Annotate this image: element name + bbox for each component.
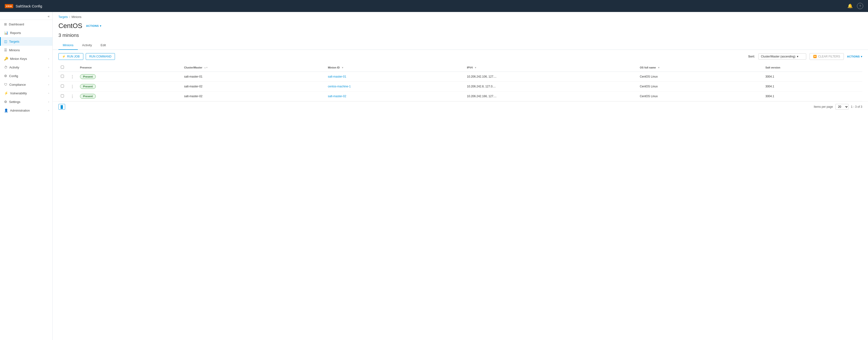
- settings-chevron: ›: [49, 100, 49, 103]
- row-checkbox-cell-0: [58, 72, 67, 82]
- col-presence-label: Presence: [80, 66, 92, 69]
- sidebar-collapse-button[interactable]: «: [48, 14, 50, 18]
- vulnerability-icon: ⚡: [4, 91, 8, 95]
- row-minion-id-0: salt-master-01: [326, 72, 465, 82]
- config-icon: ⚙: [4, 74, 7, 78]
- sort-value: Cluster/Master (ascending): [761, 55, 796, 58]
- minion-id-link-1[interactable]: centos-machine-1: [328, 85, 350, 88]
- filter-icon-minion-id[interactable]: ▼: [341, 66, 344, 69]
- table-wrap: Presence Cluster/Master ▲▼ Minion ID ▼: [53, 63, 868, 101]
- clear-filters-label: CLEAR FILTERS: [818, 55, 840, 58]
- sidebar-label-reports: Reports: [10, 31, 21, 35]
- breadcrumb-targets-link[interactable]: Targets: [58, 15, 68, 19]
- sidebar-item-activity[interactable]: ⏱ Activity ›: [0, 63, 53, 71]
- topnav-right: 🔔 ?: [847, 3, 863, 9]
- row-dots-button-2[interactable]: ⋮: [69, 94, 75, 99]
- sidebar: « ⊞ Dashboard 📊 Reports ◫ Targets ☰ Mini…: [0, 12, 53, 340]
- row-ipv4-0: 10.206.242.106, 127....: [465, 72, 638, 82]
- sidebar-item-targets[interactable]: ◫ Targets: [0, 37, 53, 46]
- sidebar-item-administration[interactable]: 👤 Administration ›: [0, 106, 53, 115]
- minion-keys-icon: 🔑: [4, 57, 8, 61]
- sort-select[interactable]: Cluster/Master (ascending) ▾: [758, 53, 806, 60]
- col-header-checkbox: [58, 63, 67, 72]
- col-header-os-full-name[interactable]: OS full name ▼: [638, 63, 763, 72]
- presence-badge-0: Present: [80, 74, 96, 79]
- main-layout: « ⊞ Dashboard 📊 Reports ◫ Targets ☰ Mini…: [0, 12, 868, 340]
- tab-activity[interactable]: Activity: [78, 41, 96, 50]
- filter-icon-os-full-name[interactable]: ▼: [657, 66, 660, 69]
- filter-icon-ipv4[interactable]: ▼: [474, 66, 477, 69]
- minions-table: Presence Cluster/Master ▲▼ Minion ID ▼: [58, 63, 862, 101]
- row-dots-cell-2: ⋮: [67, 91, 78, 101]
- vulnerability-chevron: ›: [49, 92, 49, 95]
- col-ipv4-label: IPV4: [467, 66, 473, 69]
- table-actions-label: ACTIONS: [847, 55, 860, 58]
- col-minion-id-label: Minion ID: [328, 66, 340, 69]
- toolbar-right: Sort: Cluster/Master (ascending) ▾ 🔽 CLE…: [748, 53, 862, 60]
- row-checkbox-1[interactable]: [61, 85, 64, 88]
- row-salt-version-0: 3004.1: [763, 72, 862, 82]
- col-salt-version-label: Salt version: [765, 66, 780, 69]
- help-icon[interactable]: ?: [857, 3, 863, 9]
- col-header-presence: Presence: [78, 63, 182, 72]
- clear-filters-button[interactable]: 🔽 CLEAR FILTERS: [810, 53, 844, 60]
- row-checkbox-cell-1: [58, 82, 67, 91]
- select-all-checkbox[interactable]: [61, 66, 64, 69]
- sidebar-item-dashboard[interactable]: ⊞ Dashboard: [0, 20, 53, 29]
- row-checkbox-0[interactable]: [61, 75, 64, 78]
- row-os-full-name-0: CentOS Linux: [638, 72, 763, 82]
- col-header-cluster-master[interactable]: Cluster/Master ▲▼: [182, 63, 326, 72]
- row-cluster-master-2: salt-master-02: [182, 91, 326, 101]
- sidebar-label-settings: Settings: [9, 100, 20, 104]
- tab-edit[interactable]: Edit: [96, 41, 110, 50]
- activity-chevron: ›: [49, 66, 49, 69]
- table-row: ⋮ Present salt-master-01 salt-master-01 …: [58, 72, 862, 82]
- bell-icon[interactable]: 🔔: [847, 3, 853, 9]
- reports-icon: 📊: [4, 31, 8, 35]
- row-presence-1: Present: [78, 82, 182, 91]
- row-dots-button-1[interactable]: ⋮: [69, 84, 75, 89]
- sort-icons-cluster-master[interactable]: ▲▼: [204, 67, 208, 69]
- row-salt-version-2: 3004.1: [763, 91, 862, 101]
- tab-minions[interactable]: Minions: [58, 41, 78, 50]
- row-checkbox-2[interactable]: [61, 94, 64, 97]
- sidebar-item-config[interactable]: ⚙ Config ›: [0, 71, 53, 80]
- dashboard-icon: ⊞: [4, 22, 7, 26]
- column-toggle-button[interactable]: ▐▌: [58, 104, 65, 110]
- footer-left: ▐▌: [58, 104, 65, 110]
- row-dots-button-0[interactable]: ⋮: [69, 74, 75, 79]
- col-header-ipv4[interactable]: IPV4 ▼: [465, 63, 638, 72]
- sidebar-item-minion-keys[interactable]: 🔑 Minion Keys ›: [0, 54, 53, 63]
- sort-label: Sort:: [748, 55, 755, 58]
- sidebar-label-compliance: Compliance: [9, 83, 26, 87]
- app-title: SaltStack Config: [16, 4, 42, 8]
- sidebar-label-config: Config: [9, 74, 18, 78]
- run-job-label: RUN JOB: [67, 55, 80, 58]
- filter-icon: 🔽: [813, 55, 817, 58]
- actions-label: ACTIONS: [86, 24, 99, 27]
- page-header: CentOS ACTIONS ▾: [53, 20, 868, 32]
- row-presence-2: Present: [78, 91, 182, 101]
- table-actions-button[interactable]: ACTIONS ▾: [847, 55, 863, 58]
- sidebar-item-vulnerability[interactable]: ⚡ Vulnerability ›: [0, 89, 53, 97]
- sidebar-item-settings[interactable]: ⚙ Settings ›: [0, 97, 53, 106]
- sidebar-item-reports[interactable]: 📊 Reports: [0, 29, 53, 37]
- sidebar-item-minions[interactable]: ☰ Minions: [0, 46, 53, 54]
- minion-id-link-0[interactable]: salt-master-01: [328, 75, 346, 78]
- run-command-button[interactable]: RUN COMMAND: [86, 53, 115, 60]
- presence-badge-1: Present: [80, 84, 96, 89]
- sidebar-item-compliance[interactable]: 🛡 Compliance ›: [0, 80, 53, 89]
- vmware-logo: vmw: [5, 4, 13, 8]
- items-per-page-label: Items per page: [814, 105, 833, 109]
- row-cluster-master-0: salt-master-01: [182, 72, 326, 82]
- table-row: ⋮ Present salt-master-02 salt-master-02 …: [58, 91, 862, 101]
- targets-icon: ◫: [4, 39, 7, 43]
- sidebar-label-targets: Targets: [9, 40, 20, 43]
- col-header-minion-id[interactable]: Minion ID ▼: [326, 63, 465, 72]
- items-per-page-select[interactable]: 20 50 100: [835, 104, 848, 110]
- actions-button[interactable]: ACTIONS ▾: [86, 24, 101, 28]
- run-job-button[interactable]: ⚡ RUN JOB: [58, 53, 83, 60]
- sidebar-label-minion-keys: Minion Keys: [10, 57, 27, 61]
- minion-id-link-2[interactable]: salt-master-02: [328, 95, 346, 98]
- table-body: ⋮ Present salt-master-01 salt-master-01 …: [58, 72, 862, 101]
